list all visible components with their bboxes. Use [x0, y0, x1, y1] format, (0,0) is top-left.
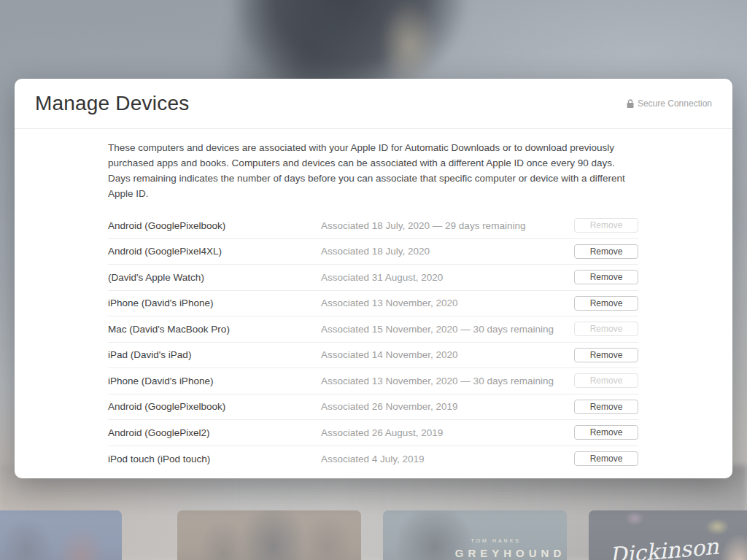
device-name: iPhone (David's iPhone): [108, 376, 321, 386]
poster-card-4: Dickinson: [589, 510, 747, 560]
modal-body: These computers and devices are associat…: [15, 129, 732, 472]
device-row: (David's Apple Watch) Associated 31 Augu…: [108, 265, 638, 291]
device-associated-date: Associated 18 July, 2020 — 29 days remai…: [321, 220, 574, 231]
poster-card-3: TOM HANKS GREYHOUND: [383, 510, 567, 560]
device-associated-date: Associated 13 November, 2020 — 30 days r…: [321, 376, 574, 386]
remove-button[interactable]: Remove: [574, 400, 638, 414]
poster-title-text: GREYHOUND: [455, 547, 566, 559]
device-row: Android (GooglePixelbook) Associated 26 …: [108, 394, 638, 421]
device-associated-date: Associated 26 November, 2019: [321, 401, 574, 412]
page-title: Manage Devices: [35, 92, 189, 115]
device-row: iPhone (David's iPhone) Associated 13 No…: [108, 368, 638, 394]
device-name: (David's Apple Watch): [108, 272, 321, 283]
poster-title-text: Dickinson: [608, 534, 720, 560]
device-row: iPad (David's iPad) Associated 14 Novemb…: [108, 343, 638, 369]
secure-connection-label: Secure Connection: [638, 98, 712, 109]
remove-button[interactable]: Remove: [574, 451, 638, 466]
device-row: Android (GooglePixelbook) Associated 18 …: [108, 213, 638, 239]
device-name: Android (GooglePixel2): [108, 427, 321, 438]
remove-button[interactable]: Remove: [574, 244, 638, 259]
description-text: These computers and devices are associat…: [108, 140, 629, 201]
device-name: iPad (David's iPad): [108, 349, 321, 360]
device-row: Android (GooglePixel4XL) Associated 18 J…: [108, 239, 638, 265]
device-name: iPod touch (iPod touch): [108, 454, 321, 464]
poster-card-1: [0, 510, 122, 560]
modal-header: Manage Devices Secure Connection: [15, 79, 732, 129]
device-name: Android (GooglePixel4XL): [108, 246, 321, 257]
poster-carousel: TOM HANKS GREYHOUND Dickinson: [0, 510, 747, 560]
remove-button: Remove: [574, 218, 638, 233]
device-associated-date: Associated 13 November, 2020: [321, 298, 574, 308]
device-associated-date: Associated 26 August, 2019: [321, 427, 574, 438]
page-background: TOM HANKS GREYHOUND Dickinson Manage Dev…: [0, 0, 747, 560]
poster-card-2: [177, 510, 361, 560]
device-name: Android (GooglePixelbook): [108, 220, 321, 231]
remove-button[interactable]: Remove: [574, 296, 638, 311]
device-row: iPhone (David's iPhone) Associated 13 No…: [108, 291, 638, 317]
poster-actor-text: TOM HANKS: [471, 538, 522, 543]
lock-icon: [627, 99, 634, 108]
device-row: Android (GooglePixel2) Associated 26 Aug…: [108, 420, 638, 446]
remove-button[interactable]: Remove: [574, 425, 638, 440]
device-name: Android (GooglePixelbook): [108, 401, 321, 412]
device-row: iPod touch (iPod touch) Associated 4 Jul…: [108, 446, 638, 472]
device-associated-date: Associated 4 July, 2019: [321, 454, 574, 464]
remove-button[interactable]: Remove: [574, 270, 638, 284]
device-associated-date: Associated 14 November, 2020: [321, 349, 574, 360]
remove-button: Remove: [574, 322, 638, 336]
remove-button: Remove: [574, 373, 638, 388]
device-associated-date: Associated 18 July, 2020: [321, 246, 574, 257]
manage-devices-modal: Manage Devices Secure Connection These c…: [15, 79, 732, 478]
device-row: Mac (David's MacBook Pro) Associated 15 …: [108, 316, 638, 343]
secure-connection-badge: Secure Connection: [627, 98, 712, 109]
remove-button[interactable]: Remove: [574, 348, 638, 362]
device-name: Mac (David's MacBook Pro): [108, 324, 321, 335]
device-associated-date: Associated 15 November, 2020 — 30 days r…: [321, 324, 574, 335]
device-list: Android (GooglePixelbook) Associated 18 …: [108, 213, 638, 472]
device-name: iPhone (David's iPhone): [108, 298, 321, 308]
device-associated-date: Associated 31 August, 2020: [321, 272, 574, 283]
